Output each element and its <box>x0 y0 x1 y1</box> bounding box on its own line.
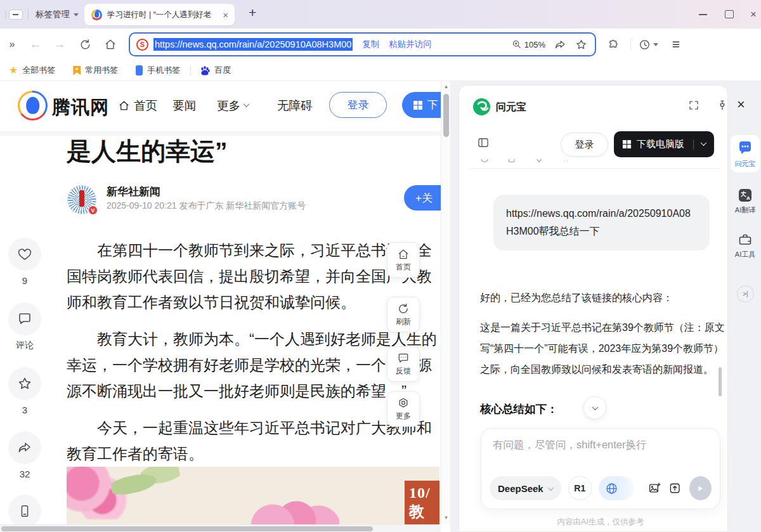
rail-collapse-button[interactable]: >| <box>737 285 754 302</box>
author-avatar[interactable]: V <box>67 185 96 214</box>
comment-action[interactable]: 评论 <box>8 302 41 351</box>
chevron-down-icon <box>592 404 598 410</box>
new-tab-button[interactable]: + <box>249 5 256 20</box>
ai-disclaimer: 内容由AI生成，仅供参考 <box>481 517 720 528</box>
model-selector[interactable]: DeepSeek <box>490 476 561 500</box>
float-feedback-button[interactable]: 反馈 <box>387 346 420 382</box>
tab-close-icon[interactable]: × <box>221 10 230 20</box>
nav-home[interactable]: 首页 <box>118 98 157 114</box>
refresh-icon <box>479 159 490 164</box>
article-body: 在第四十一个教师节到来之际，习近平总书记给全国特岗教师代表回信，提出殷切希望，并… <box>67 237 438 477</box>
assistant-region: 问元宝 登录 下载电脑版 <box>450 81 761 532</box>
comment-label: 评论 <box>8 340 41 351</box>
globe-icon <box>605 482 618 495</box>
paste-and-go-button[interactable]: 粘贴并访问 <box>389 39 432 50</box>
scrollbar-thumb[interactable] <box>443 94 449 137</box>
nav-more[interactable]: 更多 <box>217 98 249 114</box>
extensions-icon[interactable] <box>604 29 623 60</box>
bookmark-baidu[interactable]: 百度 <box>200 65 231 76</box>
history-icon[interactable] <box>635 29 661 60</box>
float-refresh-button[interactable]: 刷新 <box>387 297 420 332</box>
window-maximize-button[interactable] <box>717 0 742 29</box>
star-icon: ★ <box>9 65 18 75</box>
leaf-illustration <box>108 467 183 506</box>
rail-item-yuanbao[interactable]: 问元宝 <box>731 135 760 172</box>
reload-icon[interactable] <box>75 29 95 60</box>
favorite-action[interactable]: 3 <box>8 367 41 415</box>
rail-label: AI工具 <box>731 250 760 259</box>
nav-accessibility[interactable]: 无障碍 <box>277 98 313 114</box>
scrollbar-thumb[interactable] <box>1 526 373 531</box>
bookmark-all[interactable]: ★ 全部书签 <box>9 65 55 76</box>
model-mode-toggle[interactable]: R1 <box>568 476 592 500</box>
assistant-login-button[interactable]: 登录 <box>561 133 608 157</box>
article-image: 10/教 <box>67 467 439 527</box>
fullscreen-icon[interactable] <box>688 100 699 111</box>
chat-scrollbar-thumb[interactable] <box>719 367 722 396</box>
window-close-button[interactable]: × <box>741 0 761 29</box>
panel-divider <box>469 168 719 169</box>
share-icon[interactable] <box>554 39 566 51</box>
bookmark-frequent[interactable]: 常用书签 <box>73 65 118 76</box>
rail-item-ai-tools[interactable]: AI工具 <box>731 232 760 259</box>
browser-toolbar: » ← → S https://news.qq.com/rain/a/20250… <box>0 29 761 60</box>
share-count: 32 <box>8 469 41 479</box>
forward-icon[interactable]: → <box>49 29 70 60</box>
bookmark-label: 手机书签 <box>147 65 180 76</box>
browser-tab-active[interactable]: 学习进行时 | “一个人遇到好老 × <box>84 4 235 25</box>
menu-icon[interactable]: ≡ <box>666 29 686 60</box>
web-search-toggle[interactable] <box>599 476 634 500</box>
share-action[interactable]: 32 <box>8 431 41 479</box>
tab-manager-menu[interactable]: 标签管理 <box>36 9 79 20</box>
chevron-down-icon <box>653 43 658 46</box>
url-text-selected[interactable]: https://news.qq.com/rain/a/20250910A08H3… <box>153 38 353 51</box>
upload-file-icon[interactable] <box>668 481 681 495</box>
author-name[interactable]: 新华社新闻 <box>107 185 160 199</box>
home-icon <box>397 248 410 261</box>
site-login-button[interactable]: 登录 <box>329 92 387 118</box>
site-brand[interactable]: 腾讯网 <box>52 95 109 120</box>
bookmark-ribbon-icon <box>73 66 81 75</box>
float-more-button[interactable]: 更多 <box>387 391 420 427</box>
article-paragraph: 在第四十一个教师节到来之际，习近平总书记给全国特岗教师代表回信，提出殷切希望，并… <box>67 237 438 315</box>
home-icon[interactable] <box>100 29 120 60</box>
window-minimize-button[interactable] <box>690 0 715 29</box>
nav-label: 更多 <box>217 98 240 114</box>
tencent-logo[interactable] <box>18 91 48 120</box>
like-action[interactable]: 9 <box>8 238 41 286</box>
share-icon <box>17 440 32 455</box>
toolbar-overflow-button[interactable]: » <box>3 29 22 60</box>
page-horizontal-scrollbar[interactable] <box>0 524 441 532</box>
bookmarks-divider <box>190 65 191 75</box>
tab-favicon <box>91 10 102 20</box>
tab-list-icon[interactable] <box>9 10 23 20</box>
nav-label: 无障碍 <box>277 98 313 114</box>
chat-input[interactable] <box>493 439 708 451</box>
pin-icon[interactable] <box>717 100 728 111</box>
address-bar[interactable]: S https://news.qq.com/rain/a/20250910A08… <box>129 32 596 56</box>
add-image-icon[interactable] <box>648 481 661 495</box>
send-button[interactable] <box>689 476 712 500</box>
zoom-control[interactable]: 105% <box>512 39 545 49</box>
scroll-up-icon[interactable]: ▲ <box>441 84 450 89</box>
home-icon <box>118 100 130 112</box>
page-vertical-scrollbar[interactable]: ▲ ▼ <box>441 81 450 524</box>
mobile-read-action[interactable] <box>8 495 41 528</box>
svg-text:A: A <box>746 195 750 201</box>
collapse-reply-button[interactable] <box>583 396 606 419</box>
verified-badge: V <box>88 205 98 215</box>
bookmark-mobile[interactable]: 手机书签 <box>136 65 180 76</box>
nav-news[interactable]: 要闻 <box>172 98 196 114</box>
rail-item-ai-translate[interactable]: A AI翻译 <box>731 188 760 215</box>
panel-toggle-icon[interactable] <box>477 136 490 149</box>
chevron-down-icon[interactable] <box>701 139 707 146</box>
float-home-button[interactable]: 首页 <box>387 242 420 278</box>
assistant-download-button[interactable]: 下载电脑版 <box>614 131 714 157</box>
back-icon[interactable]: ← <box>25 29 46 60</box>
chevron-down-icon <box>74 13 79 16</box>
bookmark-label: 全部书签 <box>22 65 55 76</box>
copy-url-button[interactable]: 复制 <box>362 39 379 50</box>
scroll-down-icon[interactable]: ▼ <box>441 515 450 521</box>
float-refresh-label: 刷新 <box>396 316 411 327</box>
bookmark-star-icon[interactable] <box>575 39 587 51</box>
